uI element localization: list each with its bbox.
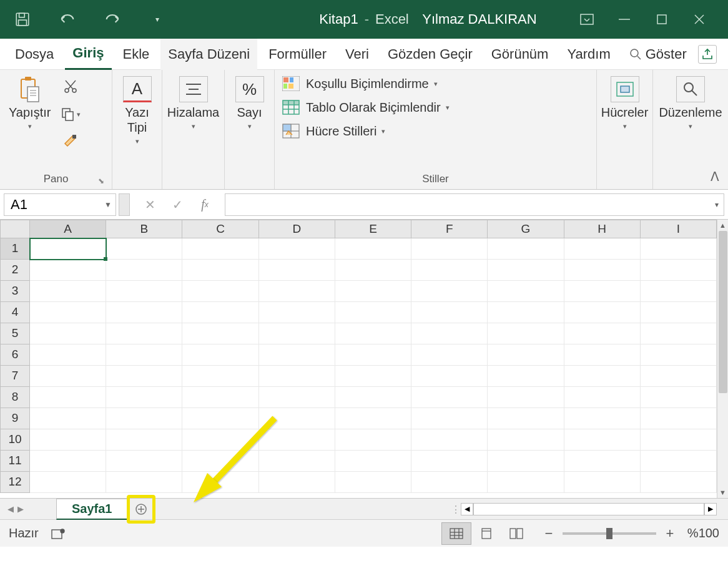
cut-button[interactable] <box>59 77 82 96</box>
insert-function-button[interactable]: fx <box>194 193 216 216</box>
row-header-10[interactable]: 10 <box>0 429 30 451</box>
cancel-formula-button[interactable]: ✕ <box>139 193 161 216</box>
tab-insert[interactable]: Ekle <box>116 39 157 70</box>
font-button[interactable]: A Yazı Tipi ▾ <box>119 74 155 148</box>
new-sheet-button[interactable] <box>130 499 152 520</box>
row-header-7[interactable]: 7 <box>0 366 30 387</box>
row-header-3[interactable]: 3 <box>0 281 30 302</box>
svg-rect-50 <box>450 529 463 539</box>
name-box[interactable]: A1 ▼ <box>4 193 116 216</box>
save-button[interactable] <box>12 9 32 29</box>
maximize-button[interactable] <box>652 9 672 29</box>
tab-data[interactable]: Veri <box>338 39 376 70</box>
format-as-table-button[interactable]: Tablo Olarak Biçimlendir ▾ <box>281 99 450 116</box>
qat-customize-button[interactable]: ▾ <box>147 9 167 29</box>
cells-area[interactable] <box>30 238 717 498</box>
alignment-label: Hizalama <box>167 105 219 120</box>
user-name: Yılmaz DALKIRAN <box>422 11 536 27</box>
column-header-G[interactable]: G <box>488 220 564 238</box>
row-header-5[interactable]: 5 <box>0 323 30 344</box>
scroll-thumb[interactable] <box>719 231 727 393</box>
svg-rect-2 <box>19 20 27 26</box>
svg-rect-29 <box>283 84 287 89</box>
zoom-slider-thumb[interactable] <box>606 528 612 539</box>
title-separator: - <box>365 11 369 27</box>
tab-scroll-splitter[interactable]: ⋮ <box>451 504 455 515</box>
copy-button[interactable]: ▾ <box>59 105 82 124</box>
tab-tellme[interactable]: Göster <box>622 39 694 70</box>
row-header-8[interactable]: 8 <box>0 387 30 408</box>
clipboard-icon <box>15 76 45 102</box>
column-header-I[interactable]: I <box>641 220 717 238</box>
row-header-4[interactable]: 4 <box>0 302 30 323</box>
row-header-1[interactable]: 1 <box>0 238 30 260</box>
macro-record-button[interactable] <box>51 528 65 539</box>
share-button[interactable] <box>698 45 717 64</box>
tab-formulas[interactable]: Formüller <box>261 39 334 70</box>
select-all-corner[interactable] <box>0 220 30 238</box>
undo-button[interactable] <box>57 9 77 29</box>
editing-button[interactable]: Düzenleme ▾ <box>656 74 724 133</box>
title-bar: ▾ Kitap1 - Excel Yılmaz DALKIRAN <box>0 0 728 39</box>
number-button[interactable]: % Sayı ▾ <box>233 74 267 133</box>
paste-button[interactable]: Yapıştır ▾ <box>6 74 53 133</box>
column-header-H[interactable]: H <box>564 220 641 238</box>
name-box-dropdown-icon[interactable]: ▼ <box>104 200 112 209</box>
column-header-C[interactable]: C <box>182 220 258 238</box>
zoom-level-label[interactable]: %100 <box>687 526 719 540</box>
horizontal-scrollbar[interactable]: ◀ ▶ <box>461 503 717 515</box>
row-header-9[interactable]: 9 <box>0 408 30 429</box>
alignment-icon <box>179 76 208 102</box>
font-icon: A <box>123 76 152 102</box>
scroll-up-button[interactable]: ▲ <box>717 220 728 231</box>
collapse-ribbon-button[interactable]: ᐱ <box>711 169 719 184</box>
tab-view[interactable]: Görünüm <box>484 39 556 70</box>
tab-home[interactable]: Giriş <box>65 39 111 70</box>
view-page-layout-button[interactable] <box>471 522 501 545</box>
scroll-down-button[interactable]: ▼ <box>717 487 728 498</box>
close-button[interactable] <box>689 9 709 29</box>
scroll-right-button[interactable]: ▶ <box>704 503 717 515</box>
alignment-button[interactable]: Hizalama ▾ <box>165 74 222 133</box>
svg-rect-22 <box>72 135 76 139</box>
formula-input[interactable]: ▾ <box>225 193 724 216</box>
svg-point-49 <box>61 529 64 533</box>
hscroll-track[interactable] <box>473 503 704 515</box>
next-sheet-button[interactable]: ▶ <box>17 504 24 514</box>
column-header-F[interactable]: F <box>411 220 488 238</box>
view-normal-button[interactable] <box>441 522 471 545</box>
sheet-tab-active[interactable]: Sayfa1 <box>56 499 128 520</box>
svg-rect-42 <box>621 86 629 92</box>
zoom-slider-track[interactable] <box>563 532 656 535</box>
tab-page-layout[interactable]: Sayfa Düzeni <box>160 39 257 70</box>
view-page-break-button[interactable] <box>501 522 531 545</box>
row-header-6[interactable]: 6 <box>0 344 30 366</box>
tab-review[interactable]: Gözden Geçir <box>380 39 480 70</box>
conditional-formatting-button[interactable]: Koşullu Biçimlendirme ▾ <box>281 75 450 92</box>
column-header-D[interactable]: D <box>259 220 335 238</box>
expand-formula-bar-icon[interactable]: ▾ <box>715 200 719 209</box>
cell-A1[interactable] <box>30 238 106 260</box>
column-header-A[interactable]: A <box>30 220 106 238</box>
zoom-in-button[interactable]: + <box>662 525 677 542</box>
zoom-out-button[interactable]: − <box>541 525 556 542</box>
format-painter-button[interactable] <box>59 132 82 151</box>
find-icon <box>676 76 705 102</box>
scroll-left-button[interactable]: ◀ <box>461 503 473 515</box>
prev-sheet-button[interactable]: ◀ <box>7 504 14 514</box>
column-header-B[interactable]: B <box>106 220 182 238</box>
row-header-2[interactable]: 2 <box>0 260 30 281</box>
cells-button[interactable]: Hücreler ▾ <box>599 74 651 133</box>
tab-file[interactable]: Dosya <box>7 39 61 70</box>
minimize-button[interactable] <box>614 9 634 29</box>
column-header-E[interactable]: E <box>335 220 411 238</box>
tab-help[interactable]: Yardım <box>559 39 617 70</box>
clipboard-launcher-icon[interactable]: ⬊ <box>98 177 104 185</box>
redo-button[interactable] <box>102 9 122 29</box>
cell-styles-button[interactable]: Hücre Stilleri ▾ <box>281 122 450 140</box>
row-header-12[interactable]: 12 <box>0 472 30 493</box>
enter-formula-button[interactable]: ✓ <box>166 193 189 216</box>
row-header-11[interactable]: 11 <box>0 451 30 472</box>
vertical-scrollbar[interactable]: ▲ ▼ <box>717 220 728 498</box>
ribbon-display-options-button[interactable] <box>577 9 597 29</box>
